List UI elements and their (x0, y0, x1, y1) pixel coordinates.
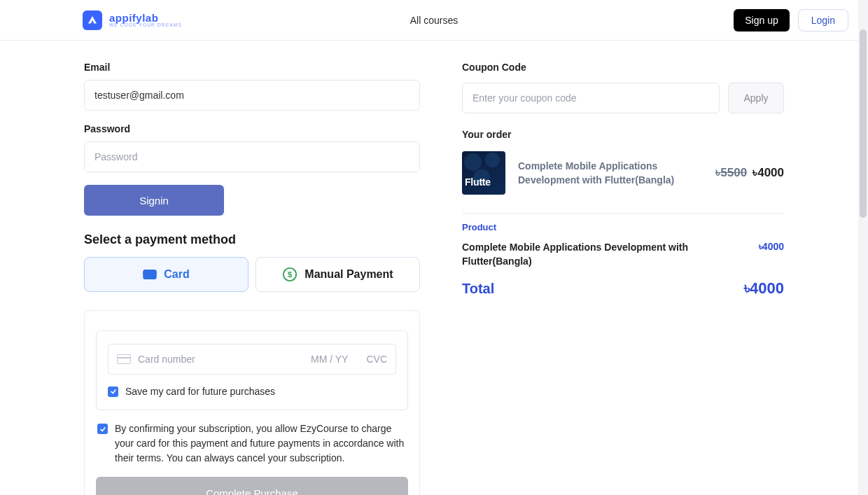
credit-card-icon (143, 269, 157, 280)
password-label: Password (84, 123, 420, 134)
card-payment-panel: Card number MM / YY CVC Save my card for… (84, 310, 420, 495)
terms-text: By confirming your subscription, you all… (115, 421, 407, 466)
your-order-label: Your order (462, 129, 784, 140)
complete-purchase-button[interactable]: Complete Purchase (96, 477, 408, 495)
email-label: Email (84, 62, 420, 73)
payment-method-card-label: Card (164, 268, 189, 281)
checkbox-checked-icon (108, 386, 118, 397)
logo-mark-icon (83, 11, 102, 30)
dollar-circle-icon: $ (282, 267, 298, 282)
app-header: appifylab WE CODE YOUR DREAMS All course… (0, 0, 868, 41)
card-number-input[interactable]: Card number MM / YY CVC (108, 344, 396, 375)
course-thumb-text: Flutte (465, 176, 491, 188)
scrollbar[interactable] (858, 0, 868, 495)
nav-all-courses[interactable]: All courses (410, 15, 458, 26)
payment-method-manual[interactable]: $ Manual Payment (255, 257, 420, 292)
card-small-icon (117, 354, 131, 364)
card-expiry-placeholder: MM / YY (311, 354, 348, 365)
login-button[interactable]: Login (798, 9, 848, 32)
coupon-input[interactable] (462, 83, 720, 113)
product-price: ৳4000 (759, 241, 784, 268)
order-course-name: Complete Mobile Applications Development… (518, 159, 703, 188)
order-price-new: ৳4000 (752, 166, 784, 179)
brand-name: appifylab (109, 13, 182, 23)
course-thumbnail: Flutte (462, 151, 505, 195)
card-cvc-placeholder: CVC (366, 354, 387, 365)
signin-button[interactable]: Signin (84, 185, 224, 216)
svg-rect-0 (144, 270, 156, 279)
payment-method-card[interactable]: Card (84, 257, 248, 292)
product-heading: Product (462, 222, 784, 232)
brand-tagline: WE CODE YOUR DREAMS (109, 23, 182, 28)
total-label: Total (462, 281, 494, 297)
email-field[interactable] (84, 80, 420, 111)
svg-rect-4 (118, 355, 131, 364)
apply-coupon-button[interactable]: Apply (728, 83, 784, 113)
payment-method-manual-label: Manual Payment (304, 268, 393, 281)
password-field[interactable] (84, 141, 420, 172)
order-price-old: ৳5500 (715, 166, 747, 179)
total-price: ৳4000 (744, 279, 784, 298)
svg-rect-1 (144, 272, 156, 274)
svg-rect-5 (118, 357, 131, 358)
brand-logo[interactable]: appifylab WE CODE YOUR DREAMS (20, 11, 182, 30)
scrollbar-thumb[interactable] (860, 29, 867, 218)
save-card-checkbox[interactable]: Save my card for future purchases (108, 386, 396, 397)
order-item: Flutte Complete Mobile Applications Deve… (462, 151, 784, 195)
payment-method-title: Select a payment method (84, 232, 420, 247)
card-number-placeholder: Card number (138, 354, 195, 365)
coupon-label: Coupon Code (462, 62, 784, 73)
signup-button[interactable]: Sign up (734, 9, 789, 32)
save-card-label: Save my card for future purchases (125, 386, 275, 397)
svg-text:$: $ (288, 270, 292, 279)
stripe-card-element: Card number MM / YY CVC Save my card for… (96, 330, 408, 410)
product-name: Complete Mobile Applications Development… (462, 241, 738, 268)
terms-checkbox[interactable] (97, 424, 108, 434)
